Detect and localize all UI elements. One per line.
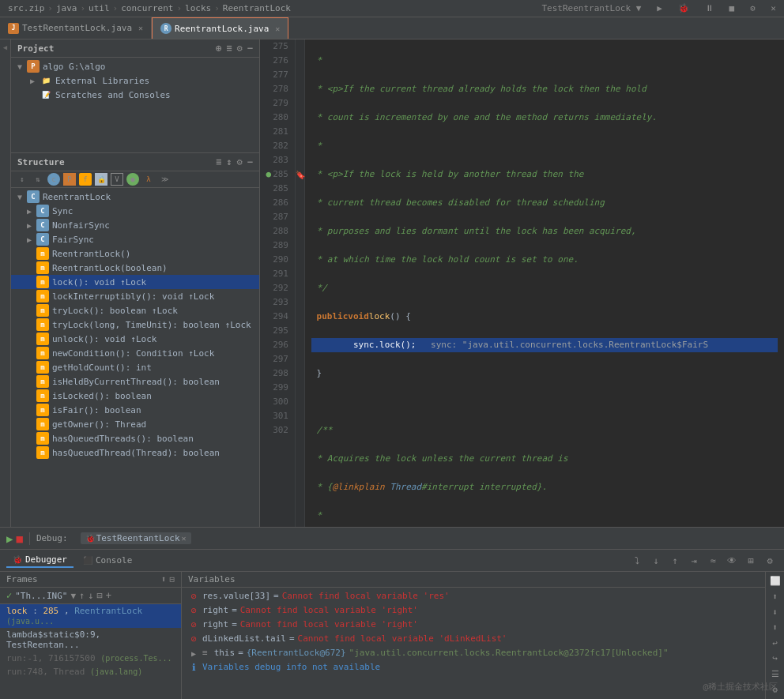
eval-btn[interactable]: ≈ [705,553,721,569]
struct-item-label: getHoldCount(): int [52,363,152,373]
tab-close[interactable]: ✕ [275,24,280,33]
thread-nav-add[interactable]: + [106,590,111,601]
struct-item-hasQueuedThreads[interactable]: ▶ m hasQueuedThreads(): boolean [11,431,259,445]
thread-dropdown-icon[interactable]: ▼ [70,591,76,601]
struct-item-ctor-bool[interactable]: ▶ m ReentrantLock(boolean) [11,261,259,275]
thread-nav-up[interactable]: ↑ [79,590,85,601]
tab-reentrantLock[interactable]: R ReentrantLock.java ✕ [152,17,288,39]
frame-item[interactable]: lambda$static$0:9, TestReentan... [0,628,181,652]
struct-icon-sort[interactable]: ↕ [226,156,232,167]
side-btn-5[interactable]: ↩ [767,637,783,650]
tab-console[interactable]: ⬛ Console [77,554,138,567]
error-circle-icon: ⊘ [190,591,196,602]
side-btn-1[interactable]: ⬜ [767,575,783,588]
step-over-btn[interactable]: ⤵ [629,553,645,569]
struct-item-ctor[interactable]: ▶ m ReentrantLock() [11,246,259,261]
struct-item-Sync[interactable]: ▶ C Sync [11,204,259,218]
code-line: * at which time the lock hold count is s… [311,253,778,267]
code-editor[interactable]: 275 276 277 278 279 280 281 282 283 ●285… [260,39,784,527]
stop-btn[interactable]: ■ [16,532,22,545]
struct-item-hasQueuedThread[interactable]: ▶ m hasQueuedThread(Thread): boolean [11,445,259,460]
struct-item-tryLockTimeout[interactable]: ▶ m tryLock(long, TimeUnit): boolean ↑Lo… [11,318,259,332]
line-num: 278 [263,82,292,96]
filter-lock-btn[interactable]: 🔒 [95,173,107,186]
filter-circle-btn[interactable]: ● [126,173,139,186]
tree-item-algo[interactable]: ▼ P algo G:\algo [11,59,259,73]
step-out-btn[interactable]: ↑ [667,553,683,569]
variable-item[interactable]: ⊘ right = Cannot find local variable 'ri… [182,603,765,618]
gutter-line [296,39,304,54]
side-btn-3[interactable]: ⬇ [767,606,783,618]
header-icon-gear[interactable]: ⚙ [237,43,243,54]
structure-panel: Structure ≡ ↕ ⚙ − ↕ ⇅ c P f 🔒 V [11,152,259,527]
variable-item[interactable]: ⊘ res.value[33] = Cannot find local vari… [182,589,765,603]
sort-alpha-btn[interactable]: ↕ [16,173,28,186]
structure-toolbar: ↕ ⇅ c P f 🔒 V ● λ ≫ [11,171,259,188]
struct-item-getHoldCount[interactable]: ▶ m getHoldCount(): int [11,360,259,374]
struct-item-lockInterruptibly[interactable]: ▶ m lockInterruptibly(): void ↑Lock [11,289,259,303]
struct-icon-list[interactable]: ≡ [216,156,221,167]
variable-item[interactable]: ▶ ≡ this = {ReentrantLock@672} "java.uti… [182,646,765,660]
method-icon: m [36,290,49,303]
struct-item-isLocked[interactable]: ▶ m isLocked(): boolean [11,389,259,403]
filter-p-btn[interactable]: P [63,173,76,186]
thread-nav-filter[interactable]: ⊟ [97,590,103,601]
tab-debugger[interactable]: 🐞 Debugger [6,553,74,568]
struct-item-label: newCondition(): Condition ↑Lock [52,348,214,359]
filter-f-btn[interactable]: f [79,173,92,186]
filter-c-btn[interactable]: c [47,173,60,186]
code-line: * purposes and lies dormant until the lo… [311,224,778,239]
struct-item-tryLock[interactable]: ▶ m tryLock(): boolean ↑Lock [11,303,259,318]
frame-item[interactable]: run:-1, 716157500 (process.Tes... [0,652,181,665]
side-btn-2[interactable]: ⬆ [767,591,783,603]
header-icon-add[interactable]: ⊕ [216,43,221,54]
struct-item-FairSync[interactable]: ▶ C FairSync [11,232,259,246]
tab-testReentrant[interactable]: J TestReentantLock.java ✕ [0,17,152,39]
code-line [311,395,778,409]
filter-extra-btn[interactable]: ≫ [158,173,171,186]
thread-nav-down[interactable]: ↓ [88,590,93,601]
debug-tab-close[interactable]: ✕ [182,534,187,543]
frames-filter-btn[interactable]: ⊟ [169,574,175,584]
side-btn-4[interactable]: ⬆ [767,622,783,634]
filter-v-btn[interactable]: V [111,173,123,186]
side-btn-6[interactable]: ↪ [767,652,783,665]
struct-item-isFair[interactable]: ▶ m isFair(): boolean [11,403,259,417]
struct-item-NonfairSync[interactable]: ▶ C NonfairSync [11,218,259,232]
debug-test-tab[interactable]: 🐞 TestReentantLock ✕ [81,532,191,544]
tab-close[interactable]: ✕ [138,24,143,32]
struct-icon-minus[interactable]: − [247,156,253,167]
side-btn-7[interactable]: ☰ [767,668,783,681]
struct-item-getOwner[interactable]: ▶ m getOwner(): Thread [11,417,259,431]
frame-item[interactable]: lock : 285 , ReentrantLock (java.u... [0,604,181,628]
code-content[interactable]: * * <p>If the current thread already hol… [305,39,784,527]
run-cursor-btn[interactable]: ⇥ [686,553,702,569]
struct-item-ReentrantLock[interactable]: ▼ C ReentrantLock [11,190,259,204]
header-icon-settings[interactable]: ≡ [226,43,232,54]
project-tree: ▼ P algo G:\algo ▶ 📁 External Libraries … [11,58,259,152]
error-circle-icon: ⊘ [190,605,196,616]
tree-item-extlibs[interactable]: ▶ 📁 External Libraries [11,73,259,88]
tree-item-scratches[interactable]: ▶ 📝 Scratches and Consoles [11,88,259,102]
var-error-icon: ⊘ [188,619,199,630]
step-into-btn[interactable]: ↓ [648,553,664,569]
struct-item-isHeldBy[interactable]: ▶ m isHeldByCurrentThread(): boolean [11,374,259,389]
struct-item-lock[interactable]: ▶ m lock(): void ↑Lock [11,275,259,289]
left-btn-1[interactable]: ◀ [1,43,10,52]
variable-item[interactable]: ⊘ dLinkedList.tail = Cannot find local v… [182,632,765,646]
frame-item[interactable]: run:748, Thread (java.lang) [0,665,181,678]
header-icon-minus[interactable]: − [247,43,253,54]
filter-lambda-btn[interactable]: λ [142,173,155,186]
resume-btn[interactable]: ▶ [6,532,13,545]
thread-selector[interactable]: ✓ "Th...ING" ▼ ↑ ↓ ⊟ + [0,588,181,604]
struct-item-newCondition[interactable]: ▶ m newCondition(): Condition ↑Lock [11,346,259,360]
struct-icon-gear[interactable]: ⚙ [237,156,243,167]
settings-btn[interactable]: ⚙ [762,553,778,569]
frames-panel: Frames ⬆ ⊟ ✓ "Th...ING" ▼ ↑ ↓ ⊟ + [0,572,182,699]
struct-item-unlock[interactable]: ▶ m unlock(): void ↑Lock [11,332,259,346]
frames-export-btn[interactable]: ⬆ [161,574,167,584]
watches-btn[interactable]: 👁 [724,553,740,569]
sort-btn[interactable]: ⇅ [32,173,44,186]
layout-btn[interactable]: ⊞ [743,553,759,569]
variable-item[interactable]: ⊘ right = Cannot find local variable 'ri… [182,618,765,632]
